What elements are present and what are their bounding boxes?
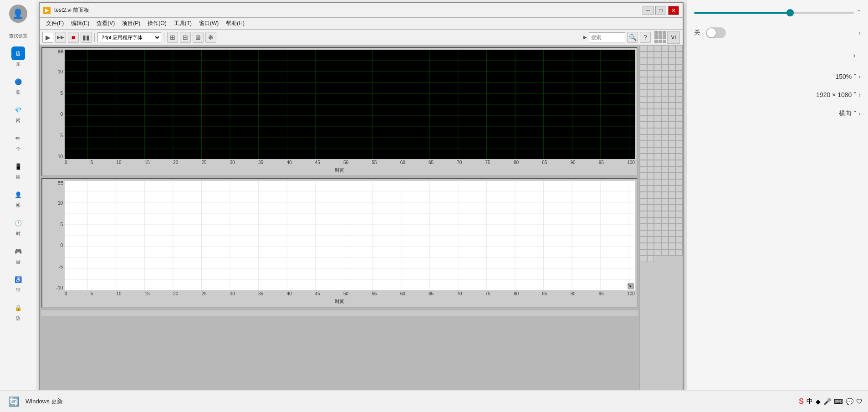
reorder-button[interactable]: ❋ xyxy=(205,32,216,43)
menu-operate[interactable]: 操作(O) xyxy=(145,19,169,28)
orientation-row: 横向 ˅ › xyxy=(694,109,861,118)
close-button[interactable]: ✕ xyxy=(668,6,679,15)
sidebar-item-6[interactable]: 🕐 时 xyxy=(0,214,36,239)
menu-window[interactable]: 窗口(W) xyxy=(196,19,221,28)
menu-bar: 文件(F) 编辑(E) 查看(V) 项目(P) 操作(O) 工具(T) 窗口(W… xyxy=(40,18,683,30)
sidebar-item-4[interactable]: 📱 应 xyxy=(0,158,36,182)
maximize-button[interactable]: □ xyxy=(655,6,666,15)
grid-cell xyxy=(654,147,661,154)
grid-cell xyxy=(661,58,669,64)
sidebar-item-0[interactable]: 🖥 系 xyxy=(0,45,36,69)
grid-cell xyxy=(640,217,647,224)
grid-cell xyxy=(654,154,661,160)
sidebar-icon-2: 💎 xyxy=(11,103,25,117)
sidebar-icon-0: 🖥 xyxy=(11,46,25,60)
grid-cell xyxy=(647,224,654,230)
sidebar-label-4: 应 xyxy=(16,174,20,180)
grid-cell xyxy=(647,160,654,166)
toggle-chevron[interactable]: › xyxy=(858,29,861,36)
grid-cell xyxy=(654,109,661,115)
percentage-arrow[interactable]: › xyxy=(858,73,861,80)
distribute-button[interactable]: ⊟ xyxy=(180,32,191,43)
sidebar-item-7[interactable]: 🎮 游 xyxy=(0,242,36,267)
sidebar-item-1[interactable]: 🔵 蓝 xyxy=(0,73,36,98)
grid-cell xyxy=(675,166,683,173)
windows-update-icon[interactable]: 🔄 xyxy=(5,393,22,410)
align-button[interactable]: ⊞ xyxy=(167,32,178,43)
orientation-dropdown[interactable]: 横向 ˅ xyxy=(839,109,857,118)
search-input[interactable] xyxy=(589,32,625,42)
grid-cell xyxy=(647,256,654,262)
grid-cell xyxy=(675,64,683,71)
grid-cell xyxy=(669,90,676,96)
sidebar-label-7: 游 xyxy=(16,259,20,265)
toggle-label: 关 xyxy=(694,29,700,37)
sidebar-item-8[interactable]: ♿ 辅 xyxy=(0,271,36,295)
input-icon[interactable]: ◆ xyxy=(816,398,821,405)
mic-icon[interactable]: 🎤 xyxy=(823,398,831,405)
menu-help[interactable]: 帮助(H) xyxy=(223,19,247,28)
grid-cell xyxy=(654,141,661,147)
menu-edit[interactable]: 编辑(E) xyxy=(68,19,92,28)
font-selector[interactable]: 24pt 应用程序字体 xyxy=(97,32,161,42)
vi-icon[interactable]: VI xyxy=(667,31,680,44)
y-label-5: 5 xyxy=(60,91,63,96)
chat-icon[interactable]: 💬 xyxy=(846,398,853,405)
shuang-icon: S xyxy=(799,397,804,406)
grid-cell xyxy=(669,154,676,160)
menu-file[interactable]: 文件(F) xyxy=(43,19,66,28)
abort-button[interactable]: ■ xyxy=(68,32,79,43)
sidebar-item-9[interactable]: 🔒 隐 xyxy=(0,299,36,324)
pause-button[interactable]: ▮▮ xyxy=(81,32,92,43)
h-scrollbar[interactable] xyxy=(41,309,638,316)
grid-icon-1[interactable] xyxy=(654,31,666,44)
nav-arrow-button[interactable]: › xyxy=(848,49,861,62)
grid-cell xyxy=(640,230,647,237)
sidebar-item-5[interactable]: 👤 帐 xyxy=(0,186,36,211)
grid-cell xyxy=(640,71,647,77)
run-continuously-button[interactable]: ▶▶ xyxy=(55,32,66,43)
grid-cell xyxy=(675,179,683,185)
sidebar-find-settings[interactable]: 查找设置 xyxy=(0,31,36,41)
menu-view[interactable]: 查看(V) xyxy=(94,19,117,28)
toggle-switch[interactable] xyxy=(706,27,726,38)
resize-button[interactable]: ⊠ xyxy=(193,32,204,43)
window-title: test2.vi 前面板 xyxy=(54,6,639,14)
keyboard-icon[interactable]: ⌨ xyxy=(834,398,843,405)
grid-cell xyxy=(640,90,647,96)
grid-cell xyxy=(654,71,661,77)
sidebar-item-2[interactable]: 💎 网 xyxy=(0,101,36,126)
slider-chevron[interactable]: ˅ xyxy=(858,9,861,16)
resize-handle[interactable]: ↘ xyxy=(628,283,634,289)
grid-cell xyxy=(669,237,676,243)
run-button[interactable]: ▶ xyxy=(42,32,53,43)
y2-label-0: 0 xyxy=(60,243,63,248)
sidebar-item-3[interactable]: ✏ 个 xyxy=(0,129,36,154)
resolution-dropdown[interactable]: 1920 × 1080 ˅ xyxy=(816,91,857,98)
grid-cell xyxy=(661,205,669,211)
orientation-arrow[interactable]: › xyxy=(858,110,861,117)
grid-cell xyxy=(669,192,676,198)
menu-tools[interactable]: 工具(T) xyxy=(171,19,194,28)
resolution-arrow[interactable]: › xyxy=(858,91,861,98)
resolution-row: 1920 × 1080 ˅ › xyxy=(694,91,861,98)
grid-cell xyxy=(675,230,683,237)
help-button[interactable]: ? xyxy=(640,32,651,43)
grid-cell xyxy=(640,122,647,128)
menu-project[interactable]: 项目(P) xyxy=(119,19,143,28)
percentage-dropdown[interactable]: 150% ˅ xyxy=(836,73,857,80)
grid-cell xyxy=(669,224,676,230)
grid-cell xyxy=(654,128,661,134)
grid-cell xyxy=(654,64,661,71)
shield-icon[interactable]: 🛡 xyxy=(856,398,863,405)
grid-cell xyxy=(640,160,647,166)
sidebar-icon-1: 🔵 xyxy=(11,75,25,88)
grid-cell xyxy=(669,71,676,77)
search-button[interactable]: 🔍 xyxy=(627,32,638,43)
chinese-icon[interactable]: 中 xyxy=(807,397,813,406)
slider-track[interactable] xyxy=(694,12,854,14)
grid-cell xyxy=(661,83,669,90)
minimize-button[interactable]: ─ xyxy=(643,6,654,15)
slider-thumb[interactable] xyxy=(786,9,794,16)
y-axis-icon-2 xyxy=(58,181,63,185)
